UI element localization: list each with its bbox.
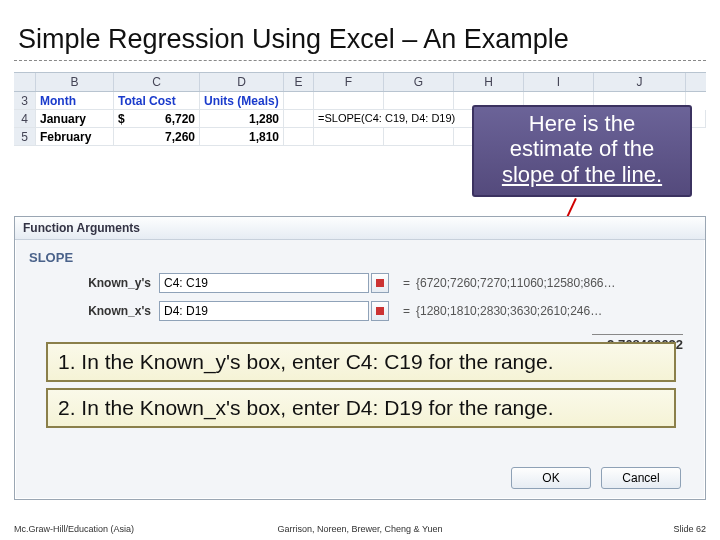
- dialog-buttons: OK Cancel: [511, 467, 681, 489]
- function-name-label: SLOPE: [29, 250, 691, 265]
- callout-line1: Here is the: [480, 111, 684, 136]
- row-header-blank: [14, 73, 36, 91]
- row-number[interactable]: 5: [14, 128, 36, 146]
- known-x-preview: = {1280;1810;2830;3630;2610;246…: [403, 304, 602, 318]
- known-y-input[interactable]: [159, 273, 369, 293]
- known-y-row: Known_y's = {6720;7260;7270;11060;12580;…: [29, 273, 691, 293]
- cell-f3[interactable]: [314, 92, 384, 110]
- col-header-d[interactable]: D: [200, 73, 284, 91]
- callout-line3: slope of the line.: [480, 162, 684, 187]
- row-number[interactable]: 3: [14, 92, 36, 110]
- cell-e3[interactable]: [284, 92, 314, 110]
- known-y-label: Known_y's: [29, 276, 159, 290]
- cell-e4[interactable]: [284, 110, 314, 128]
- cell-g3[interactable]: [384, 92, 454, 110]
- row-number[interactable]: 4: [14, 110, 36, 128]
- cell-d3[interactable]: Units (Meals): [200, 92, 284, 110]
- currency-symbol: $: [118, 112, 125, 126]
- col-header-j[interactable]: J: [594, 73, 686, 91]
- col-header-e[interactable]: E: [284, 73, 314, 91]
- title-underline: [14, 60, 706, 61]
- range-picker-icon: [376, 307, 384, 315]
- cancel-button[interactable]: Cancel: [601, 467, 681, 489]
- column-header-row: B C D E F G H I J: [14, 72, 706, 92]
- cell-g5[interactable]: [384, 128, 454, 146]
- col-header-g[interactable]: G: [384, 73, 454, 91]
- known-y-preview: = {6720;7260;7270;11060;12580;866…: [403, 276, 616, 290]
- col-header-b[interactable]: B: [36, 73, 114, 91]
- cell-e5[interactable]: [284, 128, 314, 146]
- cell-c5[interactable]: 7,260: [114, 128, 200, 146]
- col-header-c[interactable]: C: [114, 73, 200, 91]
- ok-button[interactable]: OK: [511, 467, 591, 489]
- known-y-collapse-button[interactable]: [371, 273, 389, 293]
- slide-footer: Mc.Graw-Hill/Education (Asia) Garrison, …: [0, 524, 720, 534]
- range-picker-icon: [376, 279, 384, 287]
- cell-c4-value: 6,720: [165, 112, 195, 126]
- known-x-row: Known_x's = {1280;1810;2830;3630;2610;24…: [29, 301, 691, 321]
- cell-f5[interactable]: [314, 128, 384, 146]
- instruction-box-1: 1. In the Known_y's box, enter C4: C19 f…: [46, 342, 676, 382]
- known-x-preview-text: {1280;1810;2830;3630;2610;246…: [416, 304, 602, 318]
- known-y-preview-text: {6720;7260;7270;11060;12580;866…: [416, 276, 616, 290]
- col-header-h[interactable]: H: [454, 73, 524, 91]
- known-x-input[interactable]: [159, 301, 369, 321]
- cell-c4[interactable]: $6,720: [114, 110, 200, 128]
- callout-line2: estimate of the: [480, 136, 684, 161]
- cell-d4[interactable]: 1,280: [200, 110, 284, 128]
- known-x-label: Known_x's: [29, 304, 159, 318]
- cell-b3[interactable]: Month: [36, 92, 114, 110]
- cell-b5[interactable]: February: [36, 128, 114, 146]
- cell-b4[interactable]: January: [36, 110, 114, 128]
- col-header-i[interactable]: I: [524, 73, 594, 91]
- dialog-title: Function Arguments: [15, 217, 705, 240]
- footer-center: Garrison, Noreen, Brewer, Cheng & Yuen: [0, 524, 720, 534]
- cell-c3[interactable]: Total Cost: [114, 92, 200, 110]
- instruction-box-2: 2. In the Known_x's box, enter D4: D19 f…: [46, 388, 676, 428]
- cell-d5[interactable]: 1,810: [200, 128, 284, 146]
- col-header-f[interactable]: F: [314, 73, 384, 91]
- callout-box: Here is the estimate of the slope of the…: [472, 105, 692, 197]
- page-title: Simple Regression Using Excel – An Examp…: [18, 24, 569, 55]
- known-x-collapse-button[interactable]: [371, 301, 389, 321]
